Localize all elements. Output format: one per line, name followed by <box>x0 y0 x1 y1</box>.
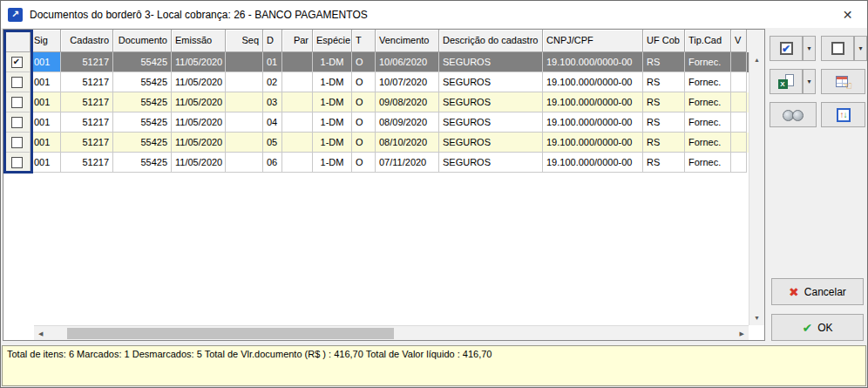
cell-v2[interactable] <box>731 92 747 112</box>
cell-seq[interactable] <box>226 133 263 153</box>
cell-par[interactable] <box>282 72 313 92</box>
cell-seq[interactable] <box>226 153 263 173</box>
scroll-right-icon[interactable]: ▶ <box>736 326 749 341</box>
table-row[interactable]: 001512175542511/05/2020051-DMO08/10/2020… <box>3 133 764 153</box>
column-header-cadastro[interactable]: Cadastro <box>61 30 113 52</box>
column-header-sig[interactable]: Sig <box>31 30 61 52</box>
cell-ufcob[interactable]: RS <box>643 153 685 173</box>
table-row[interactable]: 001512175542511/05/2020031-DMO09/08/2020… <box>3 92 764 112</box>
cell-par[interactable] <box>282 112 313 133</box>
column-header-v2[interactable]: V <box>731 30 747 52</box>
cell-especie[interactable]: 1-DM <box>313 133 352 153</box>
horizontal-scrollbar[interactable]: ◀ ▶ <box>34 325 749 340</box>
column-header-emissao[interactable]: Emissão <box>172 30 226 52</box>
cell-par[interactable] <box>282 133 313 153</box>
cell-d[interactable]: 03 <box>263 92 282 112</box>
scroll-down-icon[interactable]: ▼ <box>754 310 760 325</box>
row-checkbox[interactable] <box>3 153 31 173</box>
cell-sig[interactable]: 001 <box>31 92 61 112</box>
cell-d[interactable]: 06 <box>263 153 282 173</box>
cell-cadastro[interactable]: 51217 <box>61 72 113 92</box>
cell-descricao[interactable]: SEGUROS <box>439 133 543 153</box>
close-button[interactable]: ✕ <box>828 1 867 28</box>
column-header-check[interactable] <box>3 30 31 52</box>
cell-ufcob[interactable]: RS <box>643 72 685 92</box>
cell-vencimento[interactable]: 10/06/2020 <box>376 52 439 72</box>
table-row[interactable]: 001512175542511/05/2020021-DMO10/07/2020… <box>3 72 764 92</box>
cell-documento[interactable]: 55425 <box>113 92 172 112</box>
cell-sig[interactable]: 001 <box>31 112 61 133</box>
cell-documento[interactable]: 55425 <box>113 133 172 153</box>
cell-ufcob[interactable]: RS <box>643 133 685 153</box>
cell-seq[interactable] <box>226 112 263 133</box>
column-header-descricao[interactable]: Descrição do cadastro <box>439 30 543 52</box>
column-header-cnpj[interactable]: CNPJ/CPF <box>543 30 643 52</box>
cell-ufcob[interactable]: RS <box>643 52 685 72</box>
cell-vencimento[interactable]: 08/10/2020 <box>376 133 439 153</box>
cell-cadastro[interactable]: 51217 <box>61 112 113 133</box>
row-checkbox[interactable] <box>3 92 31 112</box>
row-checkbox[interactable] <box>3 72 31 92</box>
cell-cadastro[interactable]: 51217 <box>61 92 113 112</box>
cell-d[interactable]: 04 <box>263 112 282 133</box>
cell-especie[interactable]: 1-DM <box>313 72 352 92</box>
column-header-seq[interactable]: Seq <box>226 30 263 52</box>
ok-button[interactable]: ✔ OK <box>771 314 864 341</box>
cell-seq[interactable] <box>226 52 263 72</box>
cell-especie[interactable]: 1-DM <box>313 52 352 72</box>
vertical-scrollbar[interactable]: ▲ ▼ <box>749 52 764 325</box>
cell-t[interactable]: O <box>352 153 376 173</box>
cell-sig[interactable]: 001 <box>31 133 61 153</box>
cell-t[interactable]: O <box>352 52 376 72</box>
column-header-ufcob[interactable]: UF Cob <box>643 30 685 52</box>
cell-cadastro[interactable]: 51217 <box>61 153 113 173</box>
cell-d[interactable]: 01 <box>263 52 282 72</box>
cell-cnpj[interactable]: 19.100.000/0000-00 <box>543 112 643 133</box>
cell-cnpj[interactable]: 19.100.000/0000-00 <box>543 72 643 92</box>
cell-cnpj[interactable]: 19.100.000/0000-00 <box>543 133 643 153</box>
column-header-d[interactable]: D <box>263 30 282 52</box>
column-header-especie[interactable]: Espécie <box>313 30 352 52</box>
cell-tipcad[interactable]: Fornec. <box>685 153 731 173</box>
uncheck-all-dropdown-icon[interactable]: ▾ <box>854 36 867 61</box>
cell-vencimento[interactable]: 08/09/2020 <box>376 112 439 133</box>
cell-v2[interactable] <box>731 52 747 72</box>
column-header-vencimento[interactable]: Vencimento <box>376 30 439 52</box>
cell-cnpj[interactable]: 19.100.000/0000-00 <box>543 153 643 173</box>
cell-vencimento[interactable]: 07/11/2020 <box>376 153 439 173</box>
cell-ufcob[interactable]: RS <box>643 112 685 133</box>
excel-export-button[interactable]: X <box>770 69 803 94</box>
unchecked-checkbox-icon[interactable] <box>11 77 23 88</box>
cancel-button[interactable]: ✖ Cancelar <box>771 278 864 305</box>
cell-emissao[interactable]: 11/05/2020 <box>172 153 226 173</box>
cell-documento[interactable]: 55425 <box>113 153 172 173</box>
cell-emissao[interactable]: 11/05/2020 <box>172 92 226 112</box>
cell-ufcob[interactable]: RS <box>643 92 685 112</box>
cell-documento[interactable]: 55425 <box>113 52 172 72</box>
row-checkbox[interactable]: ✔ <box>3 52 31 72</box>
cell-tipcad[interactable]: Fornec. <box>685 72 731 92</box>
cell-cnpj[interactable]: 19.100.000/0000-00 <box>543 52 643 72</box>
unchecked-checkbox-icon[interactable] <box>11 137 23 148</box>
check-all-button[interactable]: ✔ <box>770 36 803 61</box>
column-header-par[interactable]: Par <box>282 30 313 52</box>
cell-sig[interactable]: 001 <box>31 72 61 92</box>
cell-vencimento[interactable]: 09/08/2020 <box>376 92 439 112</box>
cell-seq[interactable] <box>226 72 263 92</box>
cell-emissao[interactable]: 11/05/2020 <box>172 72 226 92</box>
cell-v2[interactable] <box>731 153 747 173</box>
cell-vencimento[interactable]: 10/07/2020 <box>376 72 439 92</box>
search-button[interactable] <box>770 102 817 127</box>
cell-d[interactable]: 02 <box>263 72 282 92</box>
cell-t[interactable]: O <box>352 72 376 92</box>
cell-documento[interactable]: 55425 <box>113 72 172 92</box>
table-row[interactable]: 001512175542511/05/2020061-DMO07/11/2020… <box>3 153 764 173</box>
column-header-t[interactable]: T <box>352 30 376 52</box>
select-records-button[interactable]: ☜ <box>821 69 865 94</box>
cell-v2[interactable] <box>731 112 747 133</box>
cell-tipcad[interactable]: Fornec. <box>685 133 731 153</box>
cell-par[interactable] <box>282 52 313 72</box>
horizontal-scrollbar-thumb[interactable] <box>67 328 394 339</box>
excel-export-dropdown-icon[interactable]: ▾ <box>803 69 816 94</box>
unchecked-checkbox-icon[interactable] <box>11 157 23 168</box>
